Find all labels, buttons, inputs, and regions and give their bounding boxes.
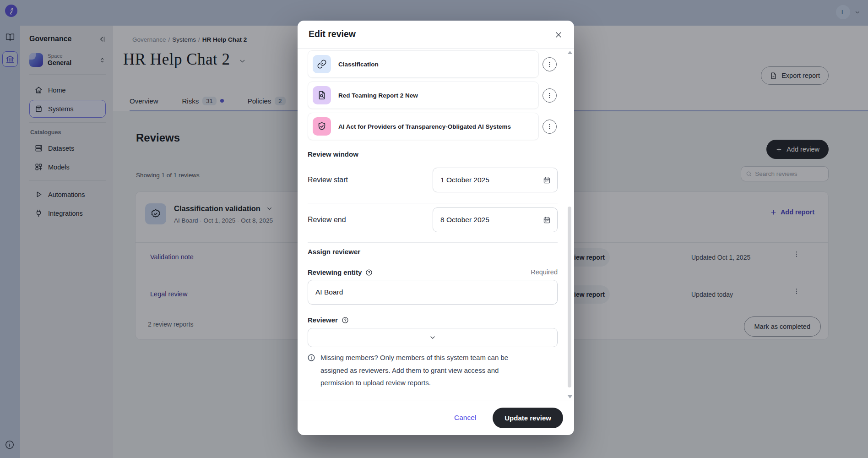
attachment-card-classification[interactable]: Classification bbox=[308, 50, 539, 78]
attachment-label: AI Act for Providers of Transparency-Obl… bbox=[338, 123, 515, 131]
cancel-button[interactable]: Cancel bbox=[454, 414, 476, 422]
modal-scrollbar[interactable] bbox=[567, 51, 572, 398]
divider bbox=[308, 203, 558, 203]
required-badge: Required bbox=[531, 268, 558, 276]
scrollbar-thumb[interactable] bbox=[568, 207, 571, 387]
attachment-card-red-teaming[interactable]: Red Teaming Report 2 New bbox=[308, 82, 539, 109]
reviewing-entity-label: Reviewing entity bbox=[308, 268, 373, 276]
attachment-label: Red Teaming Report 2 New bbox=[338, 92, 422, 99]
attachment-kebab-icon[interactable] bbox=[542, 88, 557, 103]
document-search-icon bbox=[313, 86, 331, 104]
chevron-down-icon bbox=[429, 334, 436, 341]
divider bbox=[308, 242, 558, 243]
missing-members-note: Missing members? Only members of this sy… bbox=[320, 351, 534, 389]
attachment-kebab-icon[interactable] bbox=[542, 57, 557, 71]
modal-title: Edit review bbox=[309, 29, 356, 39]
scroll-down-arrow[interactable] bbox=[568, 395, 572, 398]
link-icon bbox=[313, 55, 331, 73]
modal-footer: Cancel Update review bbox=[298, 400, 574, 435]
reviewing-entity-label-text: Reviewing entity bbox=[308, 268, 362, 276]
review-start-label: Review start bbox=[308, 176, 348, 184]
attachment-label: Classification bbox=[338, 60, 382, 68]
review-end-label: Review end bbox=[308, 216, 346, 224]
help-circle-icon[interactable] bbox=[342, 316, 349, 324]
reviewer-select[interactable] bbox=[308, 328, 558, 347]
review-start-value[interactable] bbox=[440, 176, 543, 184]
calendar-icon[interactable] bbox=[543, 176, 551, 184]
review-end-input[interactable] bbox=[433, 207, 558, 232]
close-icon[interactable] bbox=[552, 28, 565, 41]
info-circle-icon bbox=[307, 354, 315, 362]
reviewing-entity-input[interactable] bbox=[308, 280, 558, 305]
review-end-value[interactable] bbox=[440, 216, 543, 224]
scroll-up-arrow[interactable] bbox=[568, 51, 572, 54]
review-window-heading: Review window bbox=[308, 150, 358, 158]
assign-reviewer-heading: Assign reviewer bbox=[308, 248, 360, 256]
attachment-card-ai-act[interactable]: AI Act for Providers of Transparency-Obl… bbox=[308, 113, 539, 140]
reviewer-label: Reviewer bbox=[308, 316, 349, 324]
review-start-input[interactable] bbox=[433, 168, 558, 192]
modal-header: Edit review bbox=[298, 21, 574, 49]
help-circle-icon[interactable] bbox=[365, 269, 373, 276]
update-review-button[interactable]: Update review bbox=[493, 408, 563, 428]
calendar-icon[interactable] bbox=[543, 216, 551, 224]
reviewer-label-text: Reviewer bbox=[308, 316, 338, 324]
shield-check-icon bbox=[313, 117, 331, 136]
attachment-kebab-icon[interactable] bbox=[542, 120, 557, 134]
reviewing-entity-value[interactable] bbox=[308, 280, 557, 304]
edit-review-modal: Edit review Classification Red Teaming R… bbox=[298, 21, 574, 435]
